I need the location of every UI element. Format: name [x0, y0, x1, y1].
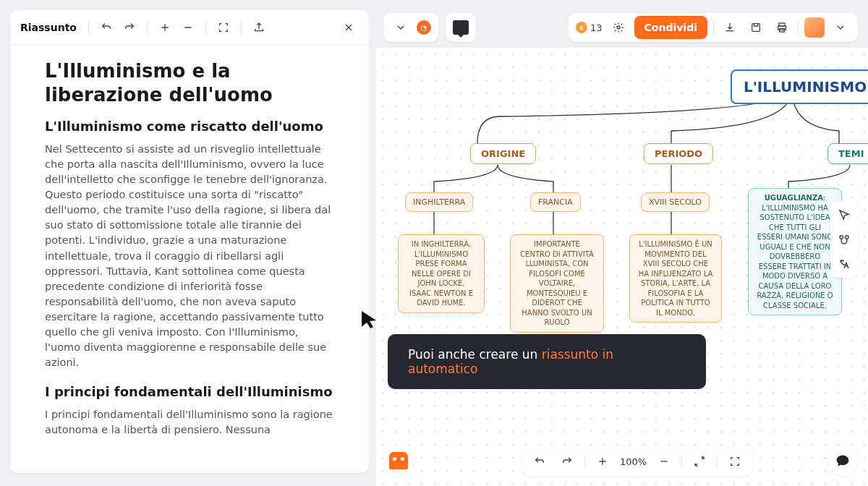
svg-point-6 [846, 236, 849, 239]
panel-body: L'Illuminismo e la liberazione dell'uomo… [10, 45, 369, 451]
chevron-down-icon[interactable] [391, 17, 411, 38]
ai-pill: ◔ [383, 13, 438, 42]
translate-tool[interactable] [836, 256, 852, 272]
top-toolbar: ◔ c13 Condividi [383, 10, 858, 45]
settings-button[interactable] [608, 17, 629, 38]
article-p1: Nel Settecento si assiste ad un risvegli… [45, 142, 334, 370]
actions-pill: c13 Condividi [569, 13, 858, 42]
zoom-out[interactable] [654, 451, 674, 472]
save-button[interactable] [746, 17, 766, 38]
chat-button[interactable] [827, 446, 858, 476]
export-button[interactable] [249, 17, 269, 38]
node-origine[interactable]: ORIGINE [470, 143, 536, 164]
node-xviii[interactable]: XVIII SECOLO [641, 192, 710, 212]
mindmap-canvas[interactable]: L'ILLUMINISMO ORIGINE PERIODO TEMI INGHI… [376, 48, 868, 486]
svg-rect-1 [752, 24, 760, 32]
canvas-tools [830, 201, 858, 278]
remove-button[interactable] [178, 17, 198, 38]
lasso-tool[interactable] [836, 231, 852, 247]
zoom-in[interactable] [592, 451, 613, 472]
credits-badge[interactable]: c13 [576, 22, 603, 33]
article-title: L'Illuminismo e la liberazione dell'uomo [45, 59, 334, 106]
panel-title: Riassunto [20, 22, 77, 33]
fullscreen-button[interactable] [213, 17, 234, 38]
hint-tooltip: Puoi anche creare un riassunto in automa… [388, 334, 706, 389]
article-h2-1: L'Illuminismo come riscatto dell'uomo [45, 118, 334, 135]
node-root[interactable]: L'ILLUMINISMO [731, 69, 868, 104]
canvas-undo[interactable] [529, 451, 550, 472]
add-button[interactable] [155, 17, 175, 38]
node-periodo-detail[interactable]: L'ILLUMINISMO È UN MOVIMENTO DEL XVIII S… [629, 234, 722, 323]
article-h2-2: I principi fondamentali dell'Illuminismo [45, 383, 334, 400]
mascot-button[interactable] [383, 446, 414, 476]
close-button[interactable] [339, 17, 359, 38]
zoom-value: 100% [620, 456, 647, 467]
canvas-redo[interactable] [557, 451, 577, 472]
print-button[interactable] [772, 17, 792, 38]
download-button[interactable] [720, 17, 740, 38]
cursor-tool[interactable] [836, 207, 852, 223]
redo-button[interactable] [119, 17, 140, 38]
node-temi[interactable]: TEMI [827, 143, 868, 164]
presentation-pill[interactable] [446, 13, 476, 42]
avatar[interactable] [804, 17, 825, 38]
zoom-bar: 100% [522, 447, 752, 476]
node-inghilterra[interactable]: INGHILTERRA [405, 192, 473, 212]
share-button[interactable]: Condividi [634, 16, 707, 39]
user-menu-chevron[interactable] [830, 17, 851, 38]
fullscreen-canvas[interactable] [725, 451, 745, 472]
node-periodo[interactable]: PERIODO [644, 143, 713, 164]
summary-panel: Riassunto L'Illuminismo e la liberazione… [10, 10, 369, 473]
node-francia[interactable]: FRANCIA [530, 192, 581, 212]
node-francia-detail[interactable]: IMPORTANTE CENTRO DI ATTIVITÀ LLUMINISTA… [510, 234, 604, 333]
cursor-icon [360, 310, 380, 330]
presentation-icon [453, 20, 469, 35]
undo-button[interactable] [96, 17, 116, 38]
svg-point-0 [617, 26, 620, 29]
coin-icon: c [576, 22, 587, 33]
article-p2: I principi fondamentali dell'Illuminismo… [45, 407, 334, 438]
node-inghilterra-detail[interactable]: IN INGHILTERRA, L'ILLUMINISMO PRESE FORM… [398, 234, 485, 313]
svg-point-5 [840, 236, 843, 239]
mascot-icon[interactable]: ◔ [417, 20, 431, 35]
node-uguaglianza[interactable]: UGUAGLIANZA: L'ILLUMINISMO HA SOSTENUTO … [748, 188, 842, 315]
fit-button[interactable] [689, 451, 710, 472]
mascot-face-icon [389, 452, 408, 469]
panel-toolbar: Riassunto [10, 10, 369, 45]
